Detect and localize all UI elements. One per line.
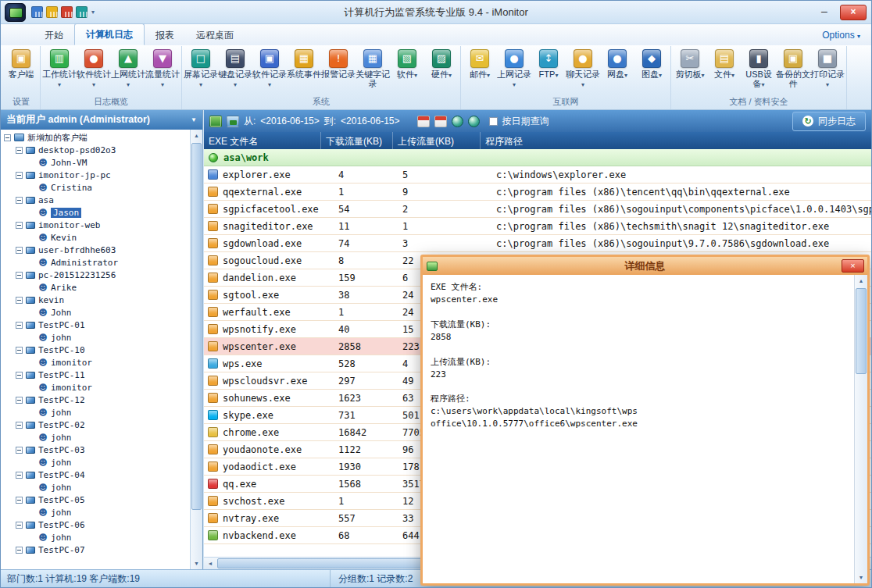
ribbon-button[interactable]: ▮ USB设备▾ <box>742 47 776 89</box>
tree-expander-icon[interactable] <box>16 322 23 329</box>
dialog-scrollbar[interactable]: ▲ ▼ <box>854 275 867 583</box>
ribbon-button[interactable]: □ 屏幕记录▾ <box>184 47 218 89</box>
chart-shortcut-icon[interactable] <box>61 6 73 18</box>
tree-item[interactable]: John <box>1 306 190 319</box>
ribbon-button[interactable]: ▣ 备份的文件 <box>776 47 810 89</box>
ribbon-button[interactable]: ● 上网记录▾ <box>497 47 531 89</box>
ribbon-button[interactable]: ● 网盘▾ <box>600 47 634 80</box>
tree-item[interactable]: TestPC-11 <box>1 369 190 381</box>
ribbon-button[interactable]: ✂ 剪切板▾ <box>673 47 707 80</box>
ribbon-button[interactable]: ▤ 文件▾ <box>707 47 742 80</box>
tree-item[interactable]: imonitor-jp-pc <box>1 169 190 181</box>
ribbon-button[interactable]: ▦ 关键字记录 <box>356 47 390 89</box>
tree-item[interactable]: 新增加的客户端 <box>1 131 190 144</box>
tree-item[interactable]: Jason <box>1 206 190 219</box>
ribbon-button[interactable]: ▥ 工作统计▾ <box>42 47 77 89</box>
tree-item[interactable]: imonitor <box>1 381 190 394</box>
tree-expander-icon[interactable] <box>4 134 11 141</box>
column-header[interactable]: EXE 文件名 <box>204 132 321 149</box>
column-header[interactable]: 下载流量(KB) <box>321 132 393 149</box>
table-row[interactable]: sgpicfacetool.exe 54 2 c:\program files … <box>204 201 871 218</box>
column-header[interactable]: 上传流量(KB) <box>393 132 481 149</box>
scroll-down-icon[interactable]: ▼ <box>191 558 202 569</box>
dialog-content[interactable]: EXE 文件名: wpscenter.exe 下载流量(KB): 2858 上传… <box>423 275 854 583</box>
ribbon-button[interactable]: ▧ 软件▾ <box>390 47 424 80</box>
calendar-icon[interactable] <box>434 116 447 127</box>
ribbon-button[interactable]: ▼ 流量统计▾ <box>145 47 180 89</box>
tree-item[interactable]: TestPC-06 <box>1 519 190 531</box>
ribbon-button[interactable]: ▨ 硬件▾ <box>424 47 459 80</box>
scroll-down-icon[interactable]: ▼ <box>855 572 867 583</box>
scroll-up-icon[interactable]: ▲ <box>855 275 867 287</box>
current-user-header[interactable]: 当前用户 admin (Administrator) ▼ <box>1 110 202 130</box>
tree-expander-icon[interactable] <box>16 247 23 254</box>
dialog-scrollbar-thumb[interactable] <box>856 288 867 374</box>
ribbon-button[interactable]: ■ 打印记录▾ <box>810 47 845 89</box>
calendar-icon[interactable] <box>417 116 430 127</box>
tree-item[interactable]: TestPC-12 <box>1 394 190 406</box>
tree-expander-icon[interactable] <box>16 347 23 354</box>
tree-item[interactable]: Arike <box>1 281 190 294</box>
dialog-titlebar[interactable]: 详细信息 × <box>423 257 867 275</box>
chart-shortcut-icon[interactable] <box>76 6 88 18</box>
chart-shortcut-icon[interactable] <box>31 6 43 18</box>
tree-item[interactable]: TestPC-02 <box>1 419 190 431</box>
tree-item[interactable]: TestPC-03 <box>1 444 190 456</box>
ribbon-button[interactable]: ▤ 键盘记录▾ <box>218 47 252 89</box>
tree-item[interactable]: asa <box>1 194 190 206</box>
by-date-checkbox[interactable] <box>489 117 498 126</box>
tree-item[interactable]: john <box>1 481 190 494</box>
tree-item[interactable]: desktop-psd02o3 <box>1 144 190 156</box>
to-date-field[interactable]: <2016-06-15> <box>341 116 399 127</box>
tree-expander-icon[interactable] <box>16 422 23 429</box>
tree-item[interactable]: pc-201512231256 <box>1 269 190 281</box>
tree-item[interactable]: user-bfrdhhe603 <box>1 244 190 256</box>
ribbon-button[interactable]: ● 软件统计▾ <box>77 47 111 89</box>
tree-expander-icon[interactable] <box>16 397 23 404</box>
tree-expander-icon[interactable] <box>16 172 23 179</box>
ribbon-tab[interactable]: 计算机日志 <box>74 23 145 45</box>
tree-item[interactable]: TestPC-01 <box>1 319 190 331</box>
tree-item[interactable]: John-VM <box>1 156 190 169</box>
app-logo-icon[interactable] <box>5 3 26 22</box>
ribbon-button[interactable]: ▣ 软件记录▾ <box>252 47 287 89</box>
ribbon-button[interactable]: ◆ 图盘▾ <box>634 47 669 80</box>
tree-expander-icon[interactable] <box>16 472 23 479</box>
tree-item[interactable]: john <box>1 506 190 519</box>
group-row[interactable]: asa\work <box>204 149 871 166</box>
go-icon[interactable] <box>468 116 480 127</box>
ribbon-button[interactable]: ✉ 邮件▾ <box>463 47 497 80</box>
tree-item[interactable]: Cristina <box>1 181 190 194</box>
sync-logs-button[interactable]: ↻ 同步日志 <box>792 112 866 131</box>
tree-expander-icon[interactable] <box>16 197 23 204</box>
tree-scrollbar[interactable]: ▲ ▼ <box>190 130 202 569</box>
ribbon-button[interactable]: ▣ 客户端 <box>4 47 38 80</box>
table-row[interactable]: qqexternal.exe 1 9 c:\program files (x86… <box>204 184 871 201</box>
scroll-up-icon[interactable]: ▲ <box>191 130 202 141</box>
tree-item[interactable]: kevin <box>1 294 190 306</box>
tree-item[interactable]: john <box>1 431 190 444</box>
chart-shortcut-icon[interactable] <box>46 6 58 18</box>
clock-icon[interactable] <box>452 116 463 127</box>
ribbon-button[interactable]: ● 聊天记录▾ <box>566 47 600 89</box>
options-menu[interactable]: Options ▾ <box>822 30 860 45</box>
ribbon-button[interactable]: ! 报警记录 <box>321 47 356 80</box>
export-excel-icon[interactable] <box>209 116 222 127</box>
table-row[interactable]: explorer.exe 4 5 c:\windows\explorer.exe <box>204 166 871 184</box>
quick-access-dropdown-icon[interactable]: ▾ <box>91 9 95 16</box>
tree-expander-icon[interactable] <box>16 147 23 154</box>
ribbon-button[interactable]: ▦ 系统事件 <box>287 47 321 80</box>
table-row[interactable]: sgdownload.exe 74 3 c:\program files (x8… <box>204 235 871 252</box>
tree-item[interactable]: Administrator <box>1 256 190 269</box>
ribbon-tab[interactable]: 报表 <box>145 25 185 45</box>
tree-item[interactable]: john <box>1 531 190 543</box>
tree-expander-icon[interactable] <box>16 522 23 529</box>
tree-item[interactable]: TestPC-07 <box>1 543 190 556</box>
dialog-close-button[interactable]: × <box>842 259 864 273</box>
minimize-button[interactable]: – <box>813 5 836 20</box>
ribbon-button[interactable]: ↕ FTP▾ <box>531 47 566 80</box>
tree-expander-icon[interactable] <box>16 372 23 379</box>
h-scrollbar-thumb[interactable] <box>217 558 452 568</box>
table-row[interactable]: snagiteditor.exe 11 1 c:\program files (… <box>204 218 871 235</box>
tree-item[interactable]: john <box>1 406 190 419</box>
